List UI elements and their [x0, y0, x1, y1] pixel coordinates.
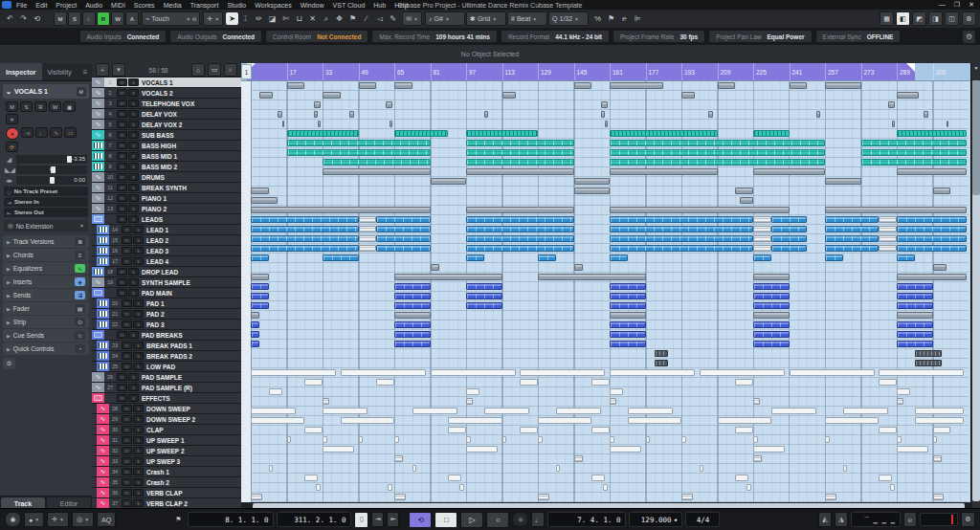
object-selection-tool[interactable]: ➤	[226, 12, 238, 25]
lane-snare-fill[interactable]	[251, 483, 969, 493]
event[interactable]	[591, 379, 610, 386]
event[interactable]	[359, 216, 377, 223]
mute-button[interactable]: m	[122, 468, 132, 475]
event[interactable]	[484, 111, 489, 118]
event[interactable]	[879, 427, 897, 433]
event[interactable]	[753, 436, 758, 443]
event[interactable]	[466, 149, 574, 156]
record-button[interactable]: ○	[486, 512, 509, 528]
event[interactable]	[304, 427, 323, 433]
mute-button[interactable]: m	[117, 289, 127, 297]
event[interactable]	[655, 360, 668, 366]
lane-lead-3[interactable]	[251, 234, 969, 244]
lane-break-pads-2[interactable]	[251, 330, 969, 340]
event[interactable]	[251, 207, 431, 213]
inspector-btn-m[interactable]: M	[6, 101, 18, 112]
event[interactable]	[359, 82, 377, 89]
event[interactable]	[502, 92, 516, 99]
vertical-scroll-handle[interactable]	[972, 80, 980, 195]
event[interactable]	[603, 484, 608, 491]
scroll-to-track-icon[interactable]: ⌂	[191, 63, 205, 77]
timeline-ruler[interactable]: 1733496581971131291451611771932092252412…	[241, 63, 970, 81]
lane-synth-sample[interactable]	[251, 263, 969, 273]
event[interactable]	[825, 207, 967, 213]
solo-button[interactable]: s	[128, 194, 139, 202]
event[interactable]	[897, 235, 967, 242]
event[interactable]	[251, 408, 296, 414]
event[interactable]	[735, 379, 753, 386]
track-row[interactable]: ∿28msDOWN SWEEP	[92, 404, 241, 414]
punch-mode-dropdown[interactable]: ✛▼	[47, 512, 69, 527]
event[interactable]	[574, 82, 592, 89]
pan-slider[interactable]: ◣◢ C	[0, 165, 92, 175]
event[interactable]	[466, 235, 574, 242]
menu-hub[interactable]: Hub	[373, 2, 386, 9]
event[interactable]	[251, 235, 359, 242]
solo-button[interactable]: s	[133, 415, 144, 423]
inspector-btn-▣[interactable]: ▣	[63, 101, 76, 112]
lane-sub-bass[interactable]	[251, 129, 969, 139]
solo-button[interactable]: s	[128, 289, 139, 297]
lane-delay-vox[interactable]	[251, 110, 969, 120]
event[interactable]	[610, 254, 628, 261]
track-row[interactable]: 23msBREAK PADS 1	[92, 341, 241, 351]
solo-button[interactable]: s	[133, 468, 144, 475]
inspector-stereo-in[interactable]: ⇥Stereo In	[4, 197, 88, 207]
solo-button[interactable]: s	[128, 131, 139, 139]
event[interactable]	[316, 484, 321, 491]
track-row[interactable]: 20msPAD 1	[92, 298, 241, 309]
mute-button[interactable]: m	[122, 226, 132, 233]
inspector-section-fader[interactable]: ▶Fader▤	[3, 302, 89, 315]
event[interactable]	[259, 92, 273, 99]
solo-button[interactable]: s	[133, 226, 144, 233]
lane-pad-sample-r-[interactable]	[251, 359, 969, 368]
event[interactable]	[843, 408, 888, 414]
event[interactable]	[376, 235, 430, 242]
event[interactable]	[394, 302, 431, 309]
event[interactable]	[771, 226, 808, 232]
timewarp-tool[interactable]: ⚑	[346, 12, 359, 25]
event[interactable]	[746, 484, 751, 491]
event[interactable]	[251, 369, 336, 376]
mute-button[interactable]: m	[117, 173, 127, 181]
mute-button[interactable]: m	[122, 352, 132, 360]
event[interactable]	[574, 455, 583, 462]
mute-button[interactable]: m	[117, 268, 127, 276]
audio-quantize-button[interactable]: AQ	[97, 512, 116, 527]
event[interactable]	[251, 197, 278, 204]
track-row[interactable]: 7msBASS HIGH	[92, 141, 241, 151]
redo-icon[interactable]: ↷	[17, 12, 30, 25]
mute-button[interactable]: m	[117, 331, 127, 339]
event[interactable]	[708, 111, 713, 118]
track-row[interactable]: ∿3msTELEPHONE VOX	[92, 99, 241, 109]
mute-button[interactable]: m	[122, 478, 132, 486]
undo-icon[interactable]: ↶	[4, 12, 16, 25]
lane-pad-1[interactable]	[251, 282, 969, 292]
inspector-section-chords[interactable]: ▶Chords≡	[3, 249, 89, 261]
solo-button[interactable]: s	[128, 89, 139, 97]
track-row[interactable]: ∿34msCrash 1	[92, 467, 241, 477]
solo-button[interactable]: s	[128, 394, 139, 402]
event[interactable]	[890, 484, 895, 491]
maximize-button[interactable]: ❐	[954, 1, 960, 9]
event[interactable]	[376, 226, 430, 232]
event[interactable]	[771, 245, 808, 252]
lane-up-sweep-2[interactable]	[251, 416, 969, 426]
event[interactable]	[574, 188, 611, 194]
track-row[interactable]: msPAD MAIN	[92, 288, 241, 298]
snap-type-dropdown[interactable]: ✱Grid▼	[466, 11, 506, 26]
event[interactable]	[879, 216, 897, 223]
track-row[interactable]: msLEADS	[92, 214, 241, 225]
track-row[interactable]: ∿27msPAD SAMPLE (R)	[92, 383, 241, 393]
quantize-dropdown[interactable]: Q1/32▼	[548, 11, 589, 26]
event[interactable]	[466, 436, 471, 443]
lane-low-pad[interactable]	[251, 340, 969, 349]
cycle-button[interactable]: ⟲	[409, 512, 432, 528]
mute-button[interactable]: m	[122, 499, 132, 507]
event[interactable]	[825, 417, 879, 424]
event[interactable]	[947, 121, 948, 127]
event[interactable]	[790, 369, 875, 376]
event[interactable]	[879, 226, 897, 232]
event[interactable]	[323, 254, 359, 261]
event[interactable]	[287, 130, 359, 137]
